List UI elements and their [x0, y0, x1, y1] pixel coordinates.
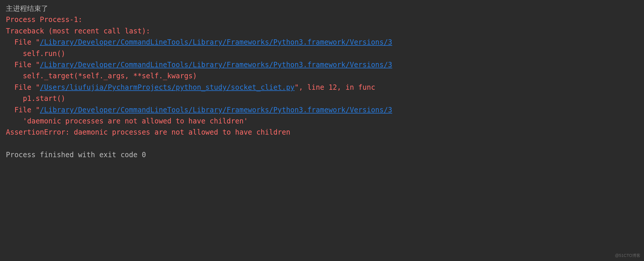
traceback-header: Traceback (most recent call last):	[6, 26, 638, 37]
file-prefix: File "	[14, 83, 40, 91]
blank-line	[6, 138, 638, 149]
traceback-code: p1.start()	[6, 93, 638, 104]
file-path-link[interactable]: /Library/Developer/CommandLineTools/Libr…	[40, 61, 392, 69]
assertion-error: AssertionError: daemonic processes are n…	[6, 127, 638, 138]
file-path-link[interactable]: /Library/Developer/CommandLineTools/Libr…	[40, 106, 392, 114]
traceback-frame: File "/Library/Developer/CommandLineTool…	[6, 37, 638, 48]
console-output-line: 主进程结束了	[6, 3, 638, 14]
file-suffix: ", line 12, in func	[295, 83, 375, 91]
traceback-frame: File "/Library/Developer/CommandLineTool…	[6, 59, 638, 70]
traceback-code: self.run()	[6, 48, 638, 59]
console-error-line: Process Process-1:	[6, 14, 638, 25]
exit-code-line: Process finished with exit code 0	[6, 149, 638, 160]
traceback-code: 'daemonic processes are not allowed to h…	[6, 116, 638, 127]
file-prefix: File "	[14, 106, 40, 114]
traceback-code: self._target(*self._args, **self._kwargs…	[6, 70, 638, 82]
traceback-frame: File "/Users/liufujia/PycharmProjects/py…	[6, 82, 638, 93]
file-path-link[interactable]: /Library/Developer/CommandLineTools/Libr…	[40, 38, 392, 46]
file-prefix: File "	[14, 38, 40, 46]
traceback-frame: File "/Library/Developer/CommandLineTool…	[6, 104, 638, 116]
file-prefix: File "	[14, 61, 40, 69]
file-path-link[interactable]: /Users/liufujia/PycharmProjects/python_s…	[40, 83, 295, 91]
